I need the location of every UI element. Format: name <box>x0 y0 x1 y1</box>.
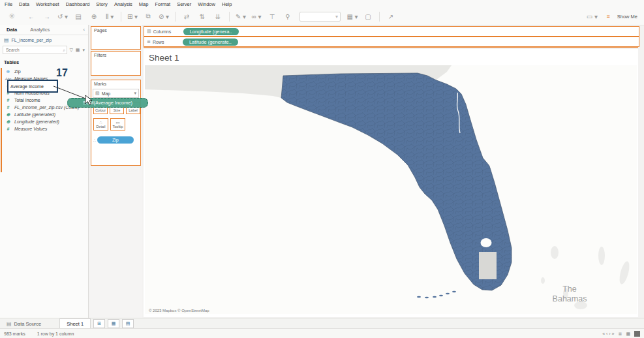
latitude-pill[interactable]: Latitude (generate.. <box>183 38 238 46</box>
columns-icon: ▥ <box>147 29 151 34</box>
field-label: Zip <box>14 69 21 74</box>
list-view-icon[interactable]: ≣ <box>619 331 622 337</box>
new-worksheet-icon[interactable]: ⊞ ▾ <box>125 13 140 20</box>
cells-icon[interactable]: ▦ ▾ <box>345 13 360 20</box>
longitude-pill[interactable]: Longitude (genera.. <box>183 28 239 35</box>
tab-data[interactable]: Data <box>0 25 23 35</box>
menu-item[interactable]: Worksheet <box>36 1 59 7</box>
label-button-label: Label <box>129 108 137 112</box>
data-source-tab-label: Data Source <box>14 321 42 327</box>
size-button-label: Size <box>114 108 121 112</box>
presentation-mode-icon[interactable]: ▢ <box>360 13 376 20</box>
undo-icon[interactable]: ↺ ▾ <box>55 13 70 20</box>
menu-item[interactable]: Window <box>198 1 215 7</box>
tableau-logo-icon[interactable]: ✳ <box>4 12 20 21</box>
collapse-pane-icon[interactable]: ‹ <box>84 27 89 33</box>
search-row: ⌕ ▽ ▦ ▾ <box>3 46 85 54</box>
rows-icon: ≣ <box>147 39 151 44</box>
colour-button-label: Colour <box>95 108 106 112</box>
show-mark-labels-icon[interactable]: ⊤ <box>264 13 280 20</box>
field-row[interactable]: ⊕Longitude (generated) <box>0 118 88 125</box>
forward-icon[interactable]: → <box>39 13 55 20</box>
dragged-sum-average-income-pill[interactable]: SUM(Average Income) <box>67 98 148 108</box>
zip-pill[interactable]: Zip <box>97 136 134 144</box>
field-row[interactable]: ⊕Latitude (generated) <box>0 111 88 118</box>
tooltip-dropdown-icon[interactable]: ▭ ▾ <box>584 13 600 20</box>
field-row[interactable]: #Measure Values <box>0 125 88 132</box>
toolbar: ✳ ← → ↺ ▾ ▤ ⊕ Ⅱ ▾ ⊞ ▾ ⧉ ⊘ ▾ ⇄ ⇅ ⇊ ✎ ▾ ∞ … <box>0 8 644 25</box>
share-icon[interactable]: ↗ <box>383 13 399 20</box>
group-members-icon[interactable]: ∞ ▾ <box>249 13 264 20</box>
field-label: Measure Values <box>14 127 47 131</box>
fit-selector[interactable]: ▾ <box>299 12 341 22</box>
menu-item[interactable]: Analysis <box>114 1 132 7</box>
show-me-button[interactable]: Show Me <box>617 14 637 20</box>
status-indicator <box>634 331 640 337</box>
menu-item[interactable]: Story <box>96 1 108 7</box>
status-bar: 983 marks 1 row by 1 column « ‹ › » ≣ ▦ <box>0 328 644 338</box>
mark-type-dropdown[interactable]: ▧ Map ▾ <box>93 89 139 98</box>
toolbar-separator <box>175 12 176 22</box>
sheet-title: Sheet 1 <box>149 53 179 63</box>
sheet-canvas: Sheet 1 <box>144 49 638 317</box>
new-dashboard-icon[interactable]: ▦ <box>108 319 119 328</box>
toolbar-separator <box>121 12 121 22</box>
add-data-source-icon[interactable]: ⊕ <box>86 13 102 20</box>
filter-fields-icon[interactable]: ▽ <box>69 48 73 53</box>
pause-updates-icon[interactable]: Ⅱ ▾ <box>102 13 117 20</box>
menu-item[interactable]: Server <box>177 1 191 7</box>
new-worksheet-icon[interactable]: ⊞ <box>93 319 105 328</box>
field-row[interactable]: ⊕Zip <box>0 68 88 75</box>
tooltip-button[interactable]: ▭ Tooltip <box>110 118 125 131</box>
sort-ascending-icon[interactable]: ⇅ <box>194 13 210 20</box>
menu-item[interactable]: Format <box>155 1 170 7</box>
marks-card: Marks ▧ Map ▾ ◉ Colour ∘• Size ⊤ Label <box>91 80 141 166</box>
duplicate-sheet-icon[interactable]: ⧉ <box>140 12 156 20</box>
save-icon[interactable]: ▤ <box>70 13 86 20</box>
search-box[interactable]: ⌕ <box>3 46 67 54</box>
sheet-tab-bar: ▤ Data Source Sheet 1 ⊞ ▦ ▤ <box>0 318 644 329</box>
view-options-icon[interactable]: ▦ <box>75 48 81 53</box>
columns-shelf[interactable]: ▥ Columns Longitude (genera.. <box>144 26 639 37</box>
menu-item[interactable]: Data <box>19 1 29 7</box>
highlight-icon[interactable]: ✎ ▾ <box>233 13 249 20</box>
average-income-field-highlight[interactable]: Average Income <box>7 80 58 93</box>
rows-shelf[interactable]: ≣ Rows Latitude (generate.. <box>144 37 639 47</box>
filters-shelf[interactable]: Filters <box>91 51 141 76</box>
data-pane: Data Analytics ‹ ▤ FL_income_per_zip ⌕ ▽… <box>0 25 89 318</box>
step-number-annotation: 17 <box>56 67 68 79</box>
clear-sheet-icon[interactable]: ⊘ ▾ <box>156 13 172 20</box>
menu-item[interactable]: File <box>5 1 12 7</box>
marks-label: Marks <box>91 80 140 86</box>
back-icon[interactable]: ← <box>23 13 39 20</box>
data-source-tab[interactable]: ▤ Data Source <box>0 318 48 329</box>
fix-axes-icon[interactable]: ⚲ <box>280 13 296 20</box>
detail-shelf-icon: ∴ <box>93 138 96 142</box>
map-attribution: © 2023 Mapbox © OpenStreetMap <box>149 309 209 313</box>
data-source-row[interactable]: ▤ FL_income_per_zip <box>0 35 88 44</box>
chevron-down-icon[interactable]: ▾ <box>82 48 85 53</box>
swap-rows-columns-icon[interactable]: ⇄ <box>179 13 194 20</box>
mark-type-value: Map <box>102 91 111 96</box>
sort-descending-icon[interactable]: ⇊ <box>210 13 226 20</box>
field-label: Longitude (generated) <box>14 119 59 124</box>
page-navigation-icons[interactable]: « ‹ › » <box>602 331 614 336</box>
layout-summary: 1 row by 1 column <box>37 331 74 336</box>
menu-item[interactable]: Dashboard <box>66 1 90 7</box>
no-data-region <box>479 252 497 279</box>
search-input[interactable] <box>5 47 45 53</box>
pages-shelf[interactable]: Pages <box>91 26 141 50</box>
sheet1-tab[interactable]: Sheet 1 <box>59 318 91 330</box>
menu-item[interactable]: Help <box>222 1 232 7</box>
menu-item[interactable]: Map <box>139 1 149 7</box>
search-icon: ⌕ <box>63 48 66 53</box>
tableau-window: File Data Worksheet Dashboard Story Anal… <box>0 0 644 338</box>
grid-view-icon[interactable]: ▦ <box>626 331 630 337</box>
new-story-icon[interactable]: ▤ <box>122 319 134 328</box>
filters-label: Filters <box>91 52 140 57</box>
bahamas-label: The <box>562 284 577 294</box>
menu-bar: File Data Worksheet Dashboard Story Anal… <box>0 0 644 8</box>
detail-button[interactable]: ∴ Detail <box>93 118 108 131</box>
map-view[interactable]: The Bahamas <box>145 65 637 314</box>
tab-analytics[interactable]: Analytics <box>23 25 56 35</box>
